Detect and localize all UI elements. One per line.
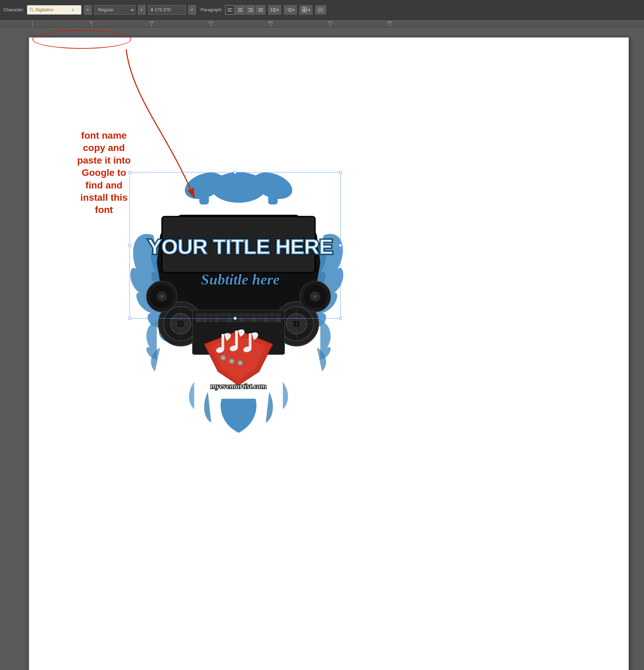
font-search-input[interactable] <box>36 7 69 12</box>
align-center-button[interactable] <box>236 5 245 15</box>
size-dropdown-button[interactable]: ▾ <box>188 5 196 15</box>
align-justify-icon <box>258 8 263 12</box>
ruler: 0 50 100 150 200 250 300 <box>0 20 644 27</box>
character-label: Character: <box>3 7 24 12</box>
alignment-group <box>225 5 266 15</box>
svg-point-100 <box>222 356 225 360</box>
svg-rect-74 <box>245 313 250 317</box>
svg-text:0: 0 <box>32 21 33 24</box>
svg-point-18 <box>271 11 272 12</box>
bullet-list-button[interactable]: ▾ <box>268 5 281 15</box>
svg-rect-94 <box>222 334 224 349</box>
svg-point-16 <box>271 9 272 10</box>
svg-rect-110 <box>268 192 278 204</box>
svg-rect-27 <box>302 10 304 12</box>
svg-point-105 <box>160 295 163 298</box>
svg-rect-80 <box>196 319 201 322</box>
svg-rect-69 <box>214 313 219 317</box>
svg-rect-33 <box>0 20 644 27</box>
website-text: myeventartist.com <box>211 382 267 390</box>
more-options-icon <box>318 8 323 12</box>
font-dropdown-button[interactable]: ▾ <box>84 5 92 15</box>
grid-dropdown: ▾ <box>308 8 310 12</box>
align-right-icon <box>248 8 253 12</box>
numbered-list-button[interactable]: 12 ▾ <box>284 5 297 15</box>
svg-rect-109 <box>199 192 209 204</box>
subtitle-text[interactable]: Subtitle here <box>201 271 279 288</box>
svg-rect-77 <box>264 313 268 317</box>
svg-text:50: 50 <box>90 21 93 24</box>
svg-rect-87 <box>239 319 244 322</box>
font-size-value: 175.370 <box>155 7 171 12</box>
grid-icon <box>302 7 307 13</box>
more-options-button[interactable] <box>315 5 326 15</box>
ruler-svg: 0 50 100 150 200 250 300 <box>0 20 644 27</box>
font-size-wrapper: 175.370 <box>148 5 186 15</box>
svg-point-102 <box>239 361 242 365</box>
svg-rect-86 <box>233 319 238 322</box>
svg-rect-73 <box>239 313 244 317</box>
svg-text:2: 2 <box>286 9 287 11</box>
search-icon <box>29 8 34 12</box>
svg-rect-89 <box>251 319 256 322</box>
svg-point-0 <box>30 8 32 11</box>
dj-logo-design[interactable]: YOUR TITLE HERE YOUR TITLE HERE Subtitle… <box>126 167 351 433</box>
svg-rect-96 <box>235 331 238 348</box>
align-left-button[interactable] <box>225 5 235 15</box>
svg-rect-98 <box>249 333 252 349</box>
svg-rect-84 <box>220 319 226 322</box>
clear-search-button[interactable]: × <box>71 8 75 12</box>
annotation-text: font name copy and paste it into Google … <box>73 130 135 216</box>
svg-rect-68 <box>208 313 213 317</box>
style-dropdown-button[interactable]: ▾ <box>138 5 146 15</box>
bullet-list-icon <box>270 8 276 12</box>
size-arrows <box>151 8 153 12</box>
grid-view-button[interactable]: ▾ <box>299 5 312 15</box>
svg-rect-70 <box>220 313 226 317</box>
font-size-up[interactable] <box>151 8 153 10</box>
svg-text:300: 300 <box>387 21 392 24</box>
svg-point-101 <box>230 360 233 363</box>
svg-rect-91 <box>264 319 268 322</box>
svg-line-1 <box>32 10 33 12</box>
align-center-icon <box>238 8 243 12</box>
svg-rect-90 <box>257 319 263 322</box>
svg-rect-71 <box>227 313 232 317</box>
svg-rect-67 <box>202 313 207 317</box>
svg-rect-75 <box>251 313 256 317</box>
align-justify-button[interactable] <box>256 5 266 15</box>
bullet-dropdown: ▾ <box>277 8 279 12</box>
paragraph-label: Paragraph: <box>201 7 223 12</box>
svg-point-108 <box>313 295 317 298</box>
svg-rect-83 <box>214 319 219 322</box>
svg-rect-81 <box>202 319 207 322</box>
svg-rect-76 <box>257 313 263 317</box>
svg-text:250: 250 <box>327 21 333 24</box>
font-search-wrapper: × <box>27 5 81 15</box>
numbered-list-icon: 12 <box>286 8 292 12</box>
svg-rect-78 <box>269 313 274 317</box>
document-page: font name copy and paste it into Google … <box>29 38 629 670</box>
svg-rect-92 <box>269 319 274 322</box>
svg-rect-79 <box>276 313 281 317</box>
numbered-dropdown: ▾ <box>292 8 294 12</box>
font-size-down[interactable] <box>151 10 153 12</box>
title-text-outline: YOUR TITLE HERE <box>148 235 333 258</box>
svg-rect-28 <box>305 10 307 12</box>
align-right-button[interactable] <box>246 5 255 15</box>
toolbar: Character: × ▾ Regular ▾ 175.370 ▾ Parag… <box>0 0 644 20</box>
svg-text:100: 100 <box>149 21 154 24</box>
svg-point-14 <box>271 8 272 9</box>
font-style-select[interactable]: Regular <box>94 5 135 15</box>
svg-text:200: 200 <box>268 21 273 24</box>
svg-rect-25 <box>302 8 304 10</box>
svg-rect-66 <box>196 313 201 317</box>
svg-text:150: 150 <box>208 21 213 24</box>
svg-rect-85 <box>227 319 232 322</box>
svg-rect-88 <box>245 319 250 322</box>
svg-rect-82 <box>208 319 213 322</box>
canvas-area: font name copy and paste it into Google … <box>0 27 644 670</box>
svg-rect-93 <box>276 319 281 322</box>
svg-rect-26 <box>305 8 307 10</box>
svg-rect-72 <box>233 313 238 317</box>
